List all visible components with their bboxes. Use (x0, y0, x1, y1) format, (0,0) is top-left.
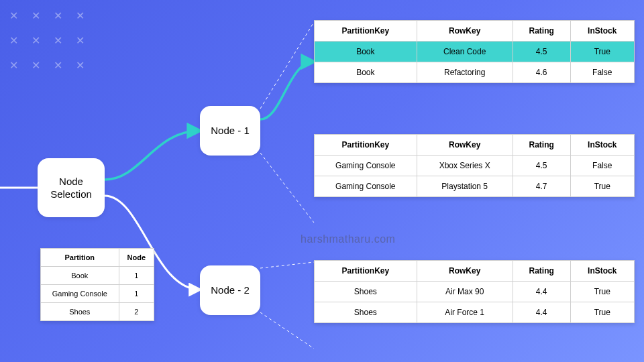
node-2-box: Node - 2 (200, 265, 260, 315)
data-table-book: PartitionKey RowKey Rating InStock Book … (314, 20, 635, 83)
table-row: Book Clean Code 4.5 True (315, 42, 635, 62)
header-instock: InStock (570, 21, 634, 42)
table-row: Shoes Air Force 1 4.4 True (315, 302, 635, 323)
table-row: Shoes 2 (41, 303, 154, 321)
header-rowkey: RowKey (417, 21, 513, 42)
header-partitionkey: PartitionKey (315, 21, 417, 42)
header-node: Node (119, 249, 154, 267)
node-selection-label: Node Selection (50, 175, 92, 201)
table-row: Book Refactoring 4.6 False (315, 62, 635, 83)
node-1-box: Node - 1 (200, 106, 260, 156)
table-row: Shoes Air Max 90 4.4 True (315, 282, 635, 302)
table-row: Gaming Console Xbox Series X 4.5 False (315, 156, 635, 176)
table-header-row: Partition Node (41, 249, 154, 267)
table-row: Book 1 (41, 267, 154, 285)
data-table-gaming: PartitionKey RowKey Rating InStock Gamin… (314, 134, 635, 197)
node-1-label: Node - 1 (211, 124, 250, 137)
table-header-row: PartitionKey RowKey Rating InStock (315, 261, 635, 282)
partition-lookup-table: Partition Node Book 1 Gaming Console 1 S… (40, 248, 154, 321)
watermark-text: harshmatharu.com (301, 233, 395, 245)
table-row: Gaming Console Playstation 5 4.7 True (315, 176, 635, 197)
header-rating: Rating (513, 21, 570, 42)
header-partition: Partition (41, 249, 119, 267)
node-2-label: Node - 2 (211, 284, 250, 297)
table-header-row: PartitionKey RowKey Rating InStock (315, 21, 635, 42)
table-header-row: PartitionKey RowKey Rating InStock (315, 135, 635, 156)
data-table-shoes: PartitionKey RowKey Rating InStock Shoes… (314, 260, 635, 323)
node-selection-box: Node Selection (38, 158, 105, 217)
decor-x-grid: ✕✕✕✕ ✕✕✕✕ ✕✕✕✕ (9, 9, 85, 72)
table-row: Gaming Console 1 (41, 285, 154, 303)
